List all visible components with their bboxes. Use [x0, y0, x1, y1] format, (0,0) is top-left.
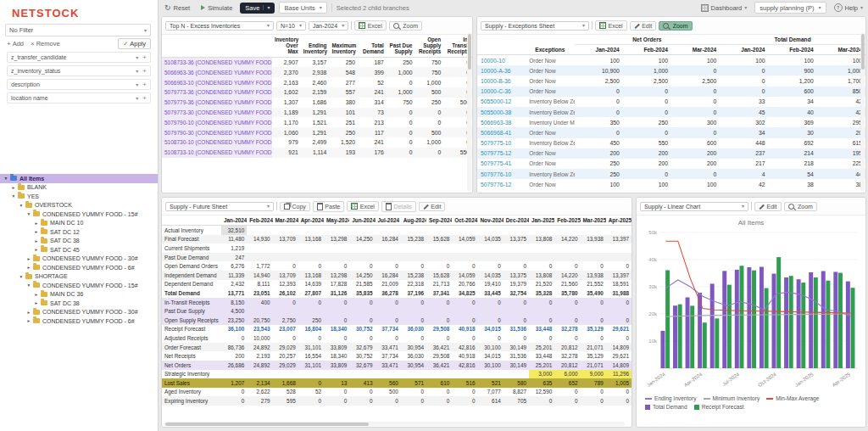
value-cell[interactable]: 42,816 [452, 343, 477, 352]
value-cell[interactable]: 595 [273, 396, 298, 406]
value-cell[interactable]: 36,100 [221, 325, 247, 334]
value-cell[interactable]: 0 [554, 333, 580, 343]
value-cell[interactable]: 0 [376, 333, 401, 343]
value-cell[interactable]: 35,328 [529, 288, 554, 298]
value-cell[interactable]: 0 [401, 261, 426, 271]
value-cell[interactable]: 0 [529, 316, 554, 325]
value-cell[interactable]: 35,835 [349, 288, 375, 298]
scrollbar-thumb[interactable] [468, 34, 471, 70]
value-cell[interactable]: 14,250 [349, 271, 375, 280]
value-cell[interactable]: 13,938 [581, 235, 606, 244]
value-cell[interactable] [581, 306, 606, 316]
add-condition-icon[interactable]: + [142, 94, 147, 102]
caret-expanded-icon[interactable]: ▾ [25, 283, 32, 288]
value-cell[interactable]: 15,238 [401, 235, 426, 244]
value-cell[interactable]: 21,009 [376, 280, 401, 289]
value-cell[interactable]: 36,278 [376, 288, 401, 298]
excess-n-select[interactable]: N=10▾ [276, 21, 306, 31]
value-cell[interactable] [298, 226, 324, 235]
value-cell[interactable]: 42,816 [452, 361, 477, 370]
value-cell[interactable]: 250 [298, 316, 324, 325]
table-row[interactable]: 5079790-30 (CONDENSED YUMMY FOOD - 30#)1… [162, 127, 472, 137]
value-cell[interactable] [349, 306, 375, 316]
value-cell[interactable]: 19,379 [504, 280, 529, 289]
value-cell[interactable]: 571 [401, 378, 426, 388]
value-cell[interactable]: 0 [298, 333, 324, 343]
value-cell[interactable] [401, 306, 426, 316]
value-cell[interactable]: 2,134 [247, 378, 272, 388]
value-cell[interactable]: 8,111 [247, 280, 272, 289]
tree-item[interactable]: ▸SAT DC 45 [0, 245, 158, 255]
value-cell[interactable] [581, 226, 606, 235]
caret-collapsed-icon[interactable]: ▸ [33, 221, 40, 226]
add-filter-button[interactable]: +Add [7, 40, 24, 48]
workspace-select[interactable]: supply planning (P)▾ [754, 2, 826, 14]
value-cell[interactable]: 0 [324, 316, 349, 325]
table-row[interactable]: 10000-10Order Now100100100100100100 [477, 55, 865, 66]
value-cell[interactable] [324, 253, 349, 262]
value-cell[interactable]: 33,448 [529, 351, 554, 361]
value-cell[interactable]: 11,339 [221, 271, 247, 280]
value-cell[interactable]: 0 [349, 298, 375, 307]
value-cell[interactable]: 14,035 [478, 235, 504, 244]
value-cell[interactable] [324, 243, 349, 253]
table-row[interactable]: 5079775-41Order Now250200200217218225 [477, 159, 865, 169]
value-cell[interactable]: 21,585 [349, 280, 375, 289]
tree-item[interactable]: ▾YES [0, 192, 158, 201]
value-cell[interactable]: 0 [324, 298, 349, 307]
value-cell[interactable]: 29,508 [426, 351, 452, 361]
filter-field[interactable]: z_inventory_status▾+ [7, 65, 151, 76]
value-cell[interactable]: 25,201 [529, 343, 554, 352]
value-cell[interactable]: 0 [376, 261, 401, 271]
table-row[interactable]: 5108730-10 (CONDENSED YUMMY FOOD - 30#)9… [162, 137, 472, 148]
value-cell[interactable]: 13,808 [529, 271, 554, 280]
add-condition-icon[interactable]: + [142, 81, 147, 88]
value-cell[interactable]: 13,298 [324, 271, 349, 280]
caret-collapsed-icon[interactable]: ▸ [33, 229, 40, 234]
value-cell[interactable] [554, 226, 580, 235]
value-cell[interactable]: 0 [298, 378, 324, 388]
value-cell[interactable]: 31,101 [298, 361, 324, 370]
value-cell[interactable]: 21,552 [581, 280, 606, 289]
tree-item[interactable]: ▾CONDENSED YUMMY FOOD - 15# [0, 281, 158, 290]
scrollbar-vertical[interactable] [860, 32, 865, 191]
value-cell[interactable]: 0 [401, 298, 426, 307]
value-cell[interactable]: 0 [273, 333, 298, 343]
caret-collapsed-icon[interactable]: ▸ [25, 265, 32, 270]
value-cell[interactable]: 0 [606, 298, 632, 307]
value-cell[interactable]: 30,752 [349, 325, 375, 334]
value-cell[interactable] [606, 226, 632, 235]
tree-item[interactable]: ▾All Items [0, 174, 158, 183]
value-cell[interactable] [529, 253, 554, 262]
value-cell[interactable] [298, 370, 324, 379]
value-cell[interactable]: 15,238 [401, 271, 426, 280]
value-cell[interactable]: 0 [221, 388, 247, 397]
tree-item[interactable]: ▸BLANK [0, 183, 158, 193]
value-cell[interactable]: 13 [324, 378, 349, 388]
value-cell[interactable]: 25,201 [529, 361, 554, 370]
value-cell[interactable]: 0 [478, 261, 504, 271]
value-cell[interactable]: 0 [581, 396, 606, 406]
value-cell[interactable]: 0 [554, 316, 580, 325]
value-cell[interactable] [504, 253, 529, 262]
value-cell[interactable]: 33,445 [478, 288, 504, 298]
value-cell[interactable]: 33,809 [324, 343, 349, 352]
value-cell[interactable]: 40,918 [452, 351, 477, 361]
value-cell[interactable]: 0 [478, 298, 504, 307]
value-cell[interactable] [273, 306, 298, 316]
remove-filter-button[interactable]: ×Remove [31, 40, 60, 48]
table-row[interactable]: 5079773-36 (CONDENSED YUMMY FOOD - 6#)1,… [162, 87, 472, 98]
value-cell[interactable]: 14,059 [452, 235, 477, 244]
value-cell[interactable]: 0 [349, 261, 375, 271]
value-cell[interactable]: 0 [504, 298, 529, 307]
value-cell[interactable]: 32,278 [554, 351, 580, 361]
value-cell[interactable]: 0 [426, 298, 452, 307]
value-cell[interactable]: 31,126 [324, 288, 349, 298]
tree-item[interactable]: ▸SAT DC 38 [0, 299, 158, 308]
value-cell[interactable] [581, 253, 606, 262]
value-cell[interactable] [247, 243, 272, 253]
table-row[interactable]: 5079775-12Order Now200200200237214195 [477, 148, 865, 159]
value-cell[interactable]: 789 [581, 378, 606, 388]
value-cell[interactable] [401, 253, 426, 262]
value-cell[interactable] [324, 370, 349, 379]
